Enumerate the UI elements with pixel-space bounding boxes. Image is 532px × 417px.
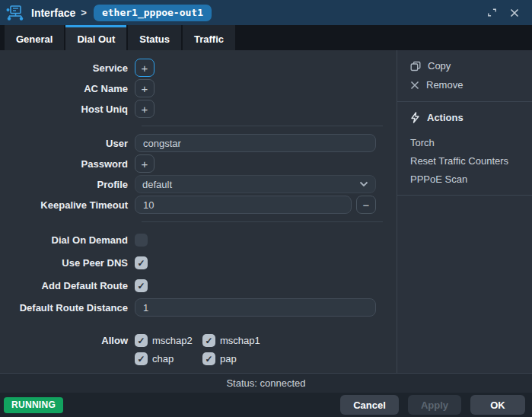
allow-option-mschap2: mschap2 bbox=[135, 334, 202, 347]
action-pppoe-scan[interactable]: PPPoE Scan bbox=[397, 170, 532, 188]
ac-name-row: AC Name + bbox=[0, 79, 397, 97]
entity-name-pill: ether1_pppoe-out1 bbox=[94, 5, 212, 21]
remove-label: Remove bbox=[426, 79, 463, 91]
keepalive-row: Keepalive Timeout − bbox=[0, 196, 397, 214]
service-label: Service bbox=[0, 62, 135, 74]
add-default-route-label: Add Default Route bbox=[0, 280, 135, 291]
pap-label: pap bbox=[220, 353, 237, 364]
action-reset-traffic-counters[interactable]: Reset Traffic Counters bbox=[397, 151, 532, 170]
main-area: Service + AC Name + Host Uniq + User Pas… bbox=[0, 50, 532, 373]
chevron-down-icon bbox=[359, 181, 368, 187]
allow-options: mschap2 mschap1 chap pap bbox=[135, 334, 260, 365]
use-peer-dns-label: Use Peer DNS bbox=[0, 257, 135, 269]
keepalive-label: Keepalive Timeout bbox=[0, 199, 135, 211]
pppoe-scan-label: PPPoE Scan bbox=[410, 173, 467, 185]
copy-menu-item[interactable]: Copy bbox=[397, 56, 532, 75]
action-torch[interactable]: Torch bbox=[397, 133, 532, 151]
use-peer-dns-row: Use Peer DNS bbox=[0, 253, 397, 273]
dial-on-demand-checkbox[interactable] bbox=[135, 234, 148, 247]
copy-icon bbox=[410, 61, 421, 72]
mschap2-checkbox[interactable] bbox=[135, 334, 148, 347]
add-default-route-row: Add Default Route bbox=[0, 275, 397, 296]
dial-on-demand-row: Dial On Demand bbox=[0, 230, 397, 250]
default-route-distance-row: Default Route Distance bbox=[0, 298, 397, 317]
running-status-badge: RUNNING bbox=[4, 397, 63, 413]
keepalive-remove-button[interactable]: − bbox=[356, 196, 376, 214]
reset-traffic-counters-label: Reset Traffic Counters bbox=[410, 155, 508, 167]
ac-name-label: AC Name bbox=[0, 83, 135, 94]
connection-status-text: Status: connected bbox=[226, 377, 305, 389]
password-add-button[interactable]: + bbox=[135, 154, 155, 173]
dial-out-form: Service + AC Name + Host Uniq + User Pas… bbox=[0, 50, 397, 373]
profile-select[interactable]: default bbox=[135, 175, 376, 193]
close-icon[interactable] bbox=[506, 5, 523, 21]
host-uniq-label: Host Uniq bbox=[0, 103, 135, 115]
titlebar: Interface > ether1_pppoe-out1 bbox=[0, 0, 532, 25]
tab-general[interactable]: General bbox=[5, 25, 64, 50]
ok-button[interactable]: OK bbox=[470, 395, 525, 415]
default-route-distance-label: Default Route Distance bbox=[0, 302, 135, 314]
status-bar: Status: connected bbox=[0, 373, 532, 393]
remove-icon bbox=[410, 81, 419, 90]
tab-bar: General Dial Out Status Traffic bbox=[0, 25, 532, 50]
apply-button[interactable]: Apply bbox=[408, 395, 461, 415]
add-default-route-checkbox[interactable] bbox=[135, 279, 148, 292]
mschap2-label: mschap2 bbox=[152, 335, 193, 346]
user-row: User bbox=[0, 134, 397, 152]
allow-label: Allow bbox=[0, 334, 135, 346]
clipboard-section: Copy Remove bbox=[397, 50, 532, 102]
user-label: User bbox=[0, 138, 135, 149]
actions-bolt-icon bbox=[410, 112, 420, 123]
dial-on-demand-label: Dial On Demand bbox=[0, 234, 135, 246]
user-input[interactable] bbox=[135, 134, 376, 152]
allow-option-mschap1: mschap1 bbox=[202, 334, 260, 347]
ac-name-add-button[interactable]: + bbox=[135, 79, 155, 97]
allow-option-pap: pap bbox=[202, 352, 260, 365]
remove-menu-item[interactable]: Remove bbox=[397, 75, 532, 94]
cancel-button[interactable]: Cancel bbox=[340, 395, 399, 415]
service-add-button[interactable]: + bbox=[135, 59, 155, 77]
mschap1-label: mschap1 bbox=[220, 335, 260, 346]
pap-checkbox[interactable] bbox=[202, 352, 215, 365]
chap-checkbox[interactable] bbox=[135, 352, 148, 365]
interface-network-icon bbox=[6, 5, 24, 21]
torch-label: Torch bbox=[410, 137, 435, 148]
allow-option-chap: chap bbox=[135, 352, 202, 365]
chap-label: chap bbox=[152, 353, 174, 364]
separator bbox=[142, 126, 383, 126]
actions-section: Actions Torch Reset Traffic Counters PPP… bbox=[397, 102, 532, 196]
tab-status[interactable]: Status bbox=[128, 25, 181, 50]
tab-traffic[interactable]: Traffic bbox=[183, 25, 235, 50]
host-uniq-add-button[interactable]: + bbox=[135, 100, 155, 118]
use-peer-dns-checkbox[interactable] bbox=[135, 256, 148, 269]
password-label: Password bbox=[0, 158, 135, 170]
footer-bar: RUNNING Cancel Apply OK bbox=[0, 393, 532, 417]
host-uniq-row: Host Uniq + bbox=[0, 100, 397, 118]
mschap1-checkbox[interactable] bbox=[202, 334, 215, 347]
profile-row: Profile default bbox=[0, 175, 397, 193]
default-route-distance-input[interactable] bbox=[135, 298, 376, 317]
actions-sidebar: Copy Remove Actions Torch Reset Traffic … bbox=[397, 50, 532, 373]
profile-label: Profile bbox=[0, 179, 135, 190]
separator bbox=[142, 221, 383, 222]
service-row: Service + bbox=[0, 59, 397, 77]
copy-label: Copy bbox=[428, 60, 451, 72]
window-title: Interface bbox=[31, 7, 75, 19]
restore-icon[interactable] bbox=[483, 5, 500, 21]
profile-selected-value: default bbox=[142, 179, 172, 190]
allow-row: Allow mschap2 mschap1 chap pap bbox=[0, 334, 397, 365]
tab-dial-out[interactable]: Dial Out bbox=[65, 25, 126, 50]
password-row: Password + bbox=[0, 154, 397, 173]
keepalive-input[interactable] bbox=[135, 196, 352, 214]
actions-header: Actions bbox=[397, 108, 532, 127]
actions-header-label: Actions bbox=[427, 112, 464, 123]
sidebar-empty-area bbox=[397, 196, 532, 373]
breadcrumb-separator: > bbox=[81, 7, 87, 18]
